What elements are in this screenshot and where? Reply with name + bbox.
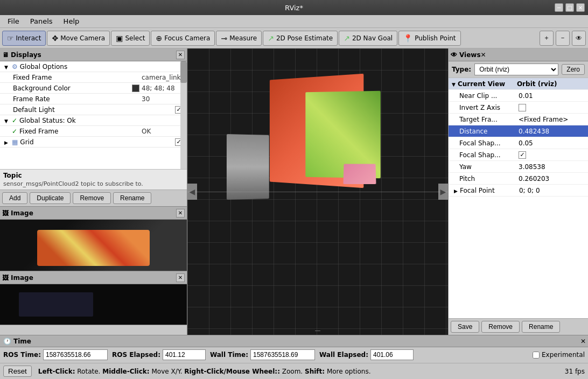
views-prop-focal-point[interactable]: Focal Point 0; 0; 0 <box>449 185 588 196</box>
settings-button[interactable]: 👁 <box>572 31 586 46</box>
current-view-arrow[interactable] <box>452 80 456 88</box>
views-prop-pitch[interactable]: Pitch 0.260203 <box>449 173 588 185</box>
bg-color-label: Background Color <box>13 85 132 92</box>
views-zero-button[interactable]: Zero <box>562 64 585 75</box>
frame-rate-label: Frame Rate <box>13 95 142 103</box>
pose-estimate-button[interactable]: ↗ 2D Pose Estimate <box>263 31 338 46</box>
nav-goal-label: 2D Nav Goal <box>352 34 393 42</box>
focus-camera-button[interactable]: ⊕ Focus Camera <box>151 31 215 46</box>
measure-button[interactable]: ⊸ Measure <box>216 31 262 46</box>
reset-button[interactable]: Reset <box>3 366 32 377</box>
views-save-button[interactable]: Save <box>451 321 479 333</box>
menu-panels[interactable]: Panels <box>25 16 58 26</box>
views-remove-button[interactable]: Remove <box>481 321 520 333</box>
image-panel-2-close[interactable]: ✕ <box>176 273 185 282</box>
displays-close-button[interactable]: ✕ <box>176 51 185 59</box>
nav-goal-button[interactable]: ↗ 2D Nav Goal <box>339 31 397 46</box>
displays-title: Displays <box>11 51 41 59</box>
current-view-type: Orbit (rviz) <box>517 80 585 88</box>
fixed-frame-value: camera_link <box>142 74 185 81</box>
topic-area: Topic sensor_msgs/PointCloud2 topic to s… <box>0 169 187 190</box>
global-status-arrow[interactable] <box>4 117 12 124</box>
views-type-select[interactable]: Orbit (rviz) <box>474 64 558 75</box>
fixed-frame-ok-check: ✓ <box>12 128 17 135</box>
experimental-label: Experimental <box>542 351 585 359</box>
views-prop-yaw[interactable]: Yaw 3.08538 <box>449 161 588 173</box>
image-panel-1-title: Image <box>11 209 33 217</box>
center-3d-view[interactable]: ◀ ▶ — <box>187 48 448 335</box>
menu-file[interactable]: File <box>2 16 25 26</box>
current-view-label: Current View <box>458 80 517 88</box>
experimental-checkbox[interactable] <box>533 352 540 359</box>
topic-description: sensor_msgs/PointCloud2 topic to subscri… <box>3 180 184 187</box>
3d-scene[interactable]: ◀ ▶ — <box>187 48 448 335</box>
views-prop-target-frame[interactable]: Target Fra... <Fixed Frame> <box>449 114 588 125</box>
focus-camera-icon: ⊕ <box>156 34 162 43</box>
views-close-button[interactable]: ✕ <box>481 51 486 59</box>
maximize-button[interactable]: □ <box>565 3 574 12</box>
remove-view-button[interactable]: － <box>556 31 570 46</box>
displays-scrollbar[interactable] <box>180 61 187 169</box>
grid-arrow[interactable] <box>4 138 12 146</box>
add-display-button[interactable]: Add <box>2 192 27 204</box>
tree-item-frame-rate[interactable]: Frame Rate 30 <box>0 94 187 104</box>
right-panel: 👁 Views ✕ Type: Orbit (rviz) Zero Curren… <box>448 48 588 335</box>
minimize-button[interactable]: ─ <box>555 3 563 12</box>
displays-panel-header: 🖥 Displays ✕ <box>0 48 187 61</box>
views-current-view-header[interactable]: Current View Orbit (rviz) <box>449 78 588 90</box>
views-rename-button[interactable]: Rename <box>522 321 560 333</box>
wall-elapsed-input[interactable] <box>370 349 414 360</box>
rename-display-button[interactable]: Rename <box>113 192 151 204</box>
move-camera-label: Move Camera <box>60 34 105 42</box>
views-prop-invert-z[interactable]: Invert Z Axis <box>449 102 588 114</box>
global-options-arrow[interactable] <box>4 63 12 71</box>
time-title: Time <box>13 338 31 345</box>
ros-time-input[interactable] <box>43 349 108 360</box>
views-type-row: Type: Orbit (rviz) Zero <box>449 61 588 78</box>
focal-point-arrow[interactable] <box>454 187 458 194</box>
select-button[interactable]: ▣ Select <box>111 31 150 46</box>
interact-button[interactable]: ☞ Interact <box>2 31 46 46</box>
nav-arrow-right[interactable]: ▶ <box>438 184 448 200</box>
tree-item-global-options[interactable]: ⚙ Global Options <box>0 61 187 72</box>
time-close-button[interactable]: ✕ <box>580 338 586 345</box>
select-icon: ▣ <box>116 34 123 43</box>
views-prop-focal-shape-2[interactable]: Focal Shap... <box>449 149 588 161</box>
tree-item-fixed-frame[interactable]: Fixed Frame camera_link <box>0 72 187 83</box>
views-prop-near-clip[interactable]: Near Clip ... 0.01 <box>449 90 588 102</box>
default-light-label: Default Light <box>13 106 175 114</box>
image-panel-2-icon: 🖼 <box>2 274 9 282</box>
tree-item-default-light[interactable]: Default Light <box>0 104 187 115</box>
views-title: Views <box>459 51 481 59</box>
close-button[interactable]: ✕ <box>576 3 585 12</box>
displays-tree[interactable]: ⚙ Global Options Fixed Frame camera_link… <box>0 61 187 169</box>
publish-point-button[interactable]: 📍 Publish Point <box>398 31 460 46</box>
tree-item-fixed-frame-ok[interactable]: ✓ Fixed Frame OK <box>0 126 187 137</box>
displays-panel-icon: 🖥 <box>2 51 9 59</box>
nav-arrow-left[interactable]: ◀ <box>187 184 197 200</box>
views-buttons: Save Remove Rename <box>449 318 588 335</box>
add-view-button[interactable]: ＋ <box>540 31 554 46</box>
views-prop-distance[interactable]: Distance 0.482438 <box>449 125 588 137</box>
publish-point-label: Publish Point <box>415 34 456 42</box>
focal-shape-checkbox[interactable] <box>519 151 526 159</box>
tree-item-bg-color[interactable]: Background Color 48; 48; 48 <box>0 83 187 94</box>
views-prop-focal-shape-1[interactable]: Focal Shap... 0.05 <box>449 137 588 149</box>
invert-z-checkbox[interactable] <box>519 104 526 111</box>
ros-elapsed-input[interactable] <box>163 349 206 360</box>
wall-time-input[interactable] <box>250 349 315 360</box>
menu-help[interactable]: Help <box>58 16 85 26</box>
fixed-frame-ok-label: Fixed Frame <box>19 128 142 135</box>
tree-item-grid[interactable]: ▦ Grid <box>0 137 187 148</box>
duplicate-display-button[interactable]: Duplicate <box>30 192 71 204</box>
time-body: ROS Time: ROS Elapsed: Wall Time: Wall E… <box>0 347 588 362</box>
remove-display-button[interactable]: Remove <box>73 192 111 204</box>
tree-item-global-status[interactable]: ✓ Global Status: Ok <box>0 115 187 126</box>
image-panel-1-close[interactable]: ✕ <box>176 209 185 217</box>
image-panel-1-header: 🖼 Image ✕ <box>0 207 187 220</box>
time-header: 🕐 Time ✕ <box>0 335 588 347</box>
move-camera-button[interactable]: ✥ Move Camera <box>47 31 110 46</box>
scene-object-small <box>344 164 376 184</box>
scene-coords: — <box>315 327 321 334</box>
status-shift: Shift: <box>305 368 325 375</box>
